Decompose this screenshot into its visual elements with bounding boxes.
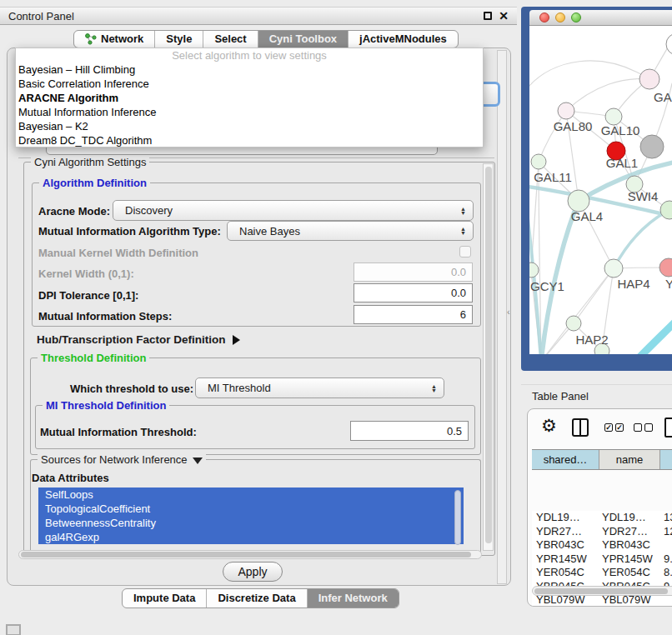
panel-edge-scrollbar[interactable]: [497, 50, 507, 584]
new-table-icon[interactable]: [664, 418, 672, 438]
node-label-gal1: GAL1: [606, 156, 638, 170]
table-cell[interactable]: YER054C: [532, 566, 599, 580]
network-icon: [85, 33, 97, 45]
minimized-grip[interactable]: [6, 624, 21, 635]
table-cell[interactable]: [660, 538, 672, 552]
attribute-item[interactable]: TopologicalCoefficient: [38, 502, 464, 516]
table-cell[interactable]: 8.: [660, 566, 672, 580]
manual-kernel-label: Manual Kernel Width Definition: [38, 247, 198, 259]
network-view[interactable]: GALGAL80GAL10GAL1GAL11SWI4GAL4GCY1HAP4YH…: [529, 26, 672, 354]
network-node-gal11[interactable]: [531, 154, 546, 169]
algorithm-option[interactable]: Bayesian – K2: [16, 119, 483, 133]
minimize-window-icon[interactable]: [555, 12, 565, 22]
table-row[interactable]: YBR043CYBR043C: [532, 538, 672, 552]
tab-impute-data[interactable]: Impute Data: [123, 589, 206, 608]
tab-select[interactable]: Select: [203, 31, 257, 48]
table-cell[interactable]: YBR043C: [599, 538, 660, 552]
tab-cyni-toolbox[interactable]: Cyni Toolbox: [258, 31, 348, 48]
column-header-name[interactable]: name: [599, 450, 660, 469]
network-node[interactable]: [660, 201, 672, 219]
node-label-gal4: GAL4: [571, 209, 603, 223]
float-panel-icon[interactable]: [484, 12, 492, 20]
table-row[interactable]: YDL19…YDL19…13: [532, 511, 672, 525]
tab-style[interactable]: Style: [154, 31, 203, 48]
network-node-gal80[interactable]: [558, 102, 574, 119]
table-cell[interactable]: 13: [660, 511, 672, 525]
attributes-list-scrollbar[interactable]: [454, 490, 461, 545]
table-cell[interactable]: YBR043C: [532, 538, 599, 552]
close-window-icon[interactable]: [539, 12, 549, 22]
attribute-item[interactable]: BetweennessCentrality: [38, 516, 464, 530]
tab-discretize-data[interactable]: Discretize Data: [206, 589, 306, 608]
algorithm-option[interactable]: Bayesian – Hill Climbing: [16, 62, 483, 77]
collapse-arrow-icon[interactable]: [193, 458, 203, 464]
tab-jactivemnodules[interactable]: jActiveMNodules: [348, 31, 458, 48]
hub-definition-section[interactable]: Hub/Transcription Factor Definition: [37, 333, 240, 346]
expand-arrow-icon[interactable]: [233, 335, 240, 345]
table-panel-titlebar: Table Panel: [521, 384, 672, 408]
attribute-item[interactable]: SelfLoops: [38, 488, 464, 502]
network-node[interactable]: [666, 33, 672, 55]
table-row[interactable]: YER054CYER054C8.: [532, 566, 672, 580]
mi-threshold-field[interactable]: 0.5: [350, 421, 469, 441]
network-node-hap2[interactable]: [566, 316, 581, 331]
which-threshold-combo[interactable]: MI Threshold ▲▼: [195, 378, 444, 398]
algorithm-dropdown-popup: Select algorithm to view settings Bayesi…: [15, 48, 484, 148]
algorithm-option[interactable]: Mutual Information Inference: [16, 105, 483, 119]
apply-button[interactable]: Apply: [223, 562, 283, 582]
network-node-gal10[interactable]: [605, 108, 622, 125]
aracne-mode-label: Aracne Mode:: [38, 205, 110, 218]
table-horizontal-scrollbar-thumb[interactable]: [534, 588, 668, 594]
settings-horizontal-scrollbar-thumb[interactable]: [21, 552, 471, 558]
aracne-mode-combo[interactable]: Discovery ▲▼: [113, 200, 474, 221]
algorithm-prompt: Select algorithm to view settings: [16, 48, 483, 62]
mi-type-label: Mutual Information Algorithm Type:: [38, 225, 221, 238]
column-layout-icon[interactable]: [572, 418, 589, 437]
group-title: Threshold Definition: [38, 352, 149, 364]
select-all-columns-icon[interactable]: ✓✓: [604, 423, 624, 432]
network-node[interactable]: [640, 135, 664, 158]
network-node-gal[interactable]: [639, 69, 659, 89]
table-cell[interactable]: YDR27…: [532, 525, 599, 539]
table-cell[interactable]: YPR145W: [532, 552, 599, 567]
deselect-all-columns-icon[interactable]: [634, 423, 653, 432]
network-node-hap4[interactable]: [604, 259, 623, 278]
zoom-window-icon[interactable]: [571, 12, 581, 22]
settings-vertical-scrollbar-thumb[interactable]: [485, 167, 492, 543]
algorithm-option[interactable]: Dream8 DC_TDC Algorithm: [16, 133, 483, 148]
table-cell[interactable]: 9.: [660, 552, 672, 567]
algorithm-option[interactable]: Basic Correlation Inference: [16, 77, 483, 91]
panel-divider-arrow-icon[interactable]: ‹: [507, 307, 510, 317]
settings-horizontal-scrollbar[interactable]: [18, 550, 482, 559]
table-horizontal-scrollbar[interactable]: [532, 586, 672, 596]
table-cell[interactable]: 12: [660, 525, 672, 539]
gear-icon[interactable]: ⚙: [541, 417, 557, 434]
table-row[interactable]: YDR27…YDR27…12: [532, 525, 672, 539]
manual-kernel-checkbox[interactable]: [459, 246, 471, 258]
column-header-shared-name[interactable]: shared…: [532, 450, 599, 469]
tab-network[interactable]: Network: [74, 31, 154, 48]
table-cell[interactable]: YDR27…: [599, 525, 660, 539]
tab-infer-network[interactable]: Infer Network: [307, 589, 399, 608]
kernel-width-field[interactable]: 0.0: [354, 262, 473, 282]
close-panel-icon[interactable]: ✕: [499, 10, 509, 22]
network-node-y[interactable]: [659, 258, 672, 277]
column-header-partial[interactable]: [660, 450, 672, 469]
data-attributes-list: SelfLoops TopologicalCoefficient Between…: [38, 488, 464, 544]
dpi-tolerance-field[interactable]: 0.0: [354, 283, 473, 302]
table-header: shared… name: [532, 449, 672, 470]
table-cell[interactable]: YDL19…: [532, 511, 599, 525]
table-row[interactable]: YPR145WYPR145W9.: [532, 552, 672, 567]
settings-vertical-scrollbar[interactable]: [483, 163, 494, 551]
mi-type-combo[interactable]: Naive Bayes ▲▼: [227, 221, 474, 241]
network-node-gcy1[interactable]: [529, 262, 539, 278]
table-cell[interactable]: YPR145W: [599, 552, 660, 567]
stepper-icon: ▲▼: [460, 227, 466, 235]
attribute-item[interactable]: gal4RGexp: [38, 530, 464, 544]
table-cell[interactable]: YDL19…: [599, 511, 660, 525]
node-table: shared… name YDL19…YDL19…13YDR27…YDR27…1…: [532, 449, 672, 470]
table-cell[interactable]: YER054C: [599, 566, 660, 580]
algorithm-option-selected[interactable]: ARACNE Algorithm: [16, 91, 483, 105]
mi-steps-field[interactable]: 6: [354, 305, 473, 324]
group-title: Cyni Algorithm Settings: [31, 156, 149, 168]
